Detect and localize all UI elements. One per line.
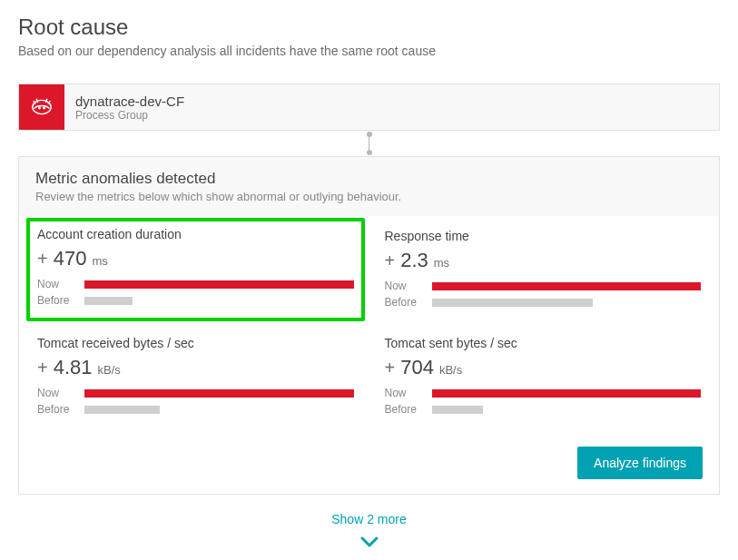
bar-track: [84, 280, 354, 289]
svg-point-2: [44, 107, 45, 109]
anomalies-footer: Analyze findings: [19, 436, 719, 494]
metric-sign: +: [37, 249, 48, 270]
entity-type: Process Group: [75, 109, 184, 122]
metric-card[interactable]: Tomcat sent bytes / sec+704kB/sNowBefore: [383, 332, 704, 421]
metric-card[interactable]: Account creation duration+470msNowBefore: [26, 218, 365, 321]
page-title: Root cause: [18, 15, 720, 40]
bar-track: [84, 406, 354, 414]
bar-fill-before: [432, 406, 483, 414]
bar-label: Before: [385, 403, 423, 416]
metric-value-row: +2.3ms: [385, 249, 702, 272]
page-subtitle: Based on our dependency analysis all inc…: [18, 44, 720, 58]
bar-fill-before: [84, 406, 160, 414]
bar-row-now: Now: [37, 387, 354, 399]
bar-track: [84, 389, 354, 398]
metric-value-row: +470ms: [37, 247, 354, 270]
anomalies-title: Metric anomalies detected: [35, 170, 703, 188]
show-more-link[interactable]: Show 2 more: [331, 512, 406, 526]
metric-card[interactable]: Tomcat received bytes / sec+4.81kB/sNowB…: [35, 332, 356, 421]
entity-row[interactable]: dynatrace-dev-CF Process Group: [18, 84, 720, 131]
bar-label: Now: [385, 280, 423, 292]
svg-point-1: [39, 107, 41, 109]
connector: [18, 131, 720, 156]
metric-sign: +: [385, 358, 396, 378]
metric-title: Account creation duration: [37, 227, 354, 241]
metric-sign: +: [37, 358, 48, 378]
bar-label: Before: [37, 403, 75, 416]
anomalies-subtitle: Review the metrics below which show abno…: [35, 190, 703, 203]
entity-info: dynatrace-dev-CF Process Group: [64, 84, 195, 130]
metric-card[interactable]: Response time+2.3msNowBefore: [383, 225, 704, 316]
metric-value: 704: [400, 356, 434, 379]
analyze-findings-button[interactable]: Analyze findings: [577, 447, 703, 479]
metrics-grid: Account creation duration+470msNowBefore…: [19, 216, 719, 436]
bar-fill-now: [432, 282, 702, 290]
bar-row-now: Now: [385, 387, 702, 399]
bar-track: [432, 299, 702, 307]
metric-title: Tomcat received bytes / sec: [37, 336, 354, 350]
bar-label: Before: [37, 294, 75, 307]
bar-track: [432, 282, 702, 290]
metric-value-row: +704kB/s: [385, 356, 702, 379]
bar-row-before: Before: [37, 403, 354, 416]
bar-label: Now: [37, 278, 75, 290]
bar-label: Before: [385, 296, 423, 309]
bar-fill-now: [84, 389, 354, 398]
entity-name: dynatrace-dev-CF: [75, 93, 184, 109]
bar-row-now: Now: [385, 280, 702, 292]
bar-track: [84, 297, 354, 305]
process-group-icon: [19, 84, 64, 130]
metric-value: 4.81: [54, 356, 93, 379]
bar-row-before: Before: [385, 296, 702, 309]
metric-title: Tomcat sent bytes / sec: [385, 336, 702, 350]
bar-fill-now: [432, 389, 702, 398]
metric-value: 470: [54, 247, 87, 270]
bar-track: [432, 389, 702, 398]
bar-row-before: Before: [37, 294, 354, 307]
bar-row-before: Before: [385, 403, 702, 416]
metric-value-row: +4.81kB/s: [37, 356, 354, 379]
chevron-down-icon[interactable]: [18, 535, 720, 556]
bar-track: [432, 406, 702, 414]
anomalies-panel: Metric anomalies detected Review the met…: [18, 156, 720, 495]
metric-sign: +: [385, 251, 396, 271]
metric-unit: kB/s: [439, 363, 462, 377]
metric-unit: ms: [92, 254, 107, 268]
metric-title: Response time: [385, 229, 702, 243]
bar-fill-before: [432, 299, 594, 307]
metric-value: 2.3: [400, 249, 428, 272]
bar-label: Now: [37, 387, 75, 399]
show-more-row: Show 2 more: [18, 495, 720, 535]
anomalies-header: Metric anomalies detected Review the met…: [19, 157, 719, 216]
bar-row-now: Now: [37, 278, 354, 290]
metric-unit: kB/s: [98, 363, 121, 377]
bar-fill-now: [84, 280, 354, 289]
metric-unit: ms: [434, 256, 449, 270]
bar-label: Now: [385, 387, 423, 399]
bar-fill-before: [84, 297, 133, 305]
